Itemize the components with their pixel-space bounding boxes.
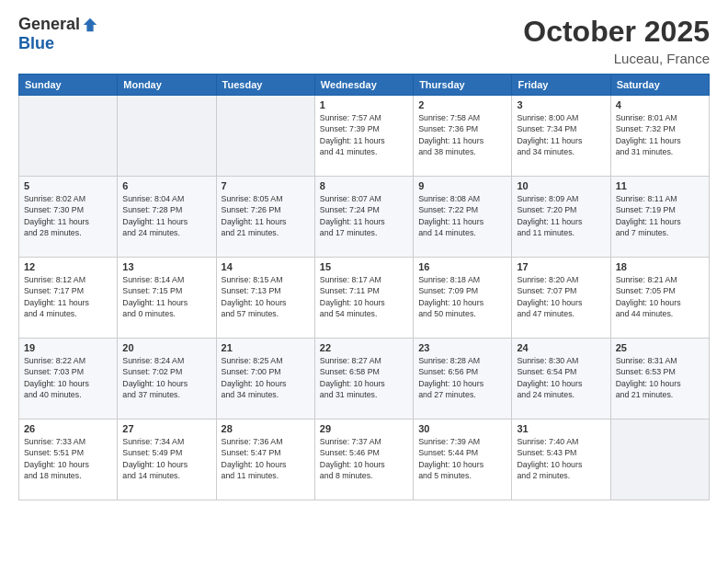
day-detail: Sunrise: 8:02 AM Sunset: 7:30 PM Dayligh… (24, 193, 112, 238)
day-number: 29 (320, 423, 408, 434)
day-detail: Sunrise: 8:24 AM Sunset: 7:02 PM Dayligh… (122, 355, 210, 400)
calendar-cell: 30Sunrise: 7:39 AM Sunset: 5:44 PM Dayli… (414, 419, 512, 500)
calendar-cell: 23Sunrise: 8:28 AM Sunset: 6:56 PM Dayli… (414, 339, 512, 419)
calendar-cell: 5Sunrise: 8:02 AM Sunset: 7:30 PM Daylig… (19, 177, 118, 258)
day-number: 12 (24, 261, 112, 272)
calendar-cell: 31Sunrise: 7:40 AM Sunset: 5:43 PM Dayli… (512, 419, 610, 500)
calendar-cell: 1Sunrise: 7:57 AM Sunset: 7:39 PM Daylig… (314, 96, 413, 177)
day-detail: Sunrise: 7:37 AM Sunset: 5:46 PM Dayligh… (320, 436, 408, 481)
day-number: 24 (517, 342, 605, 353)
day-number: 31 (517, 423, 605, 434)
calendar-header-wednesday: Wednesday (314, 75, 413, 96)
day-detail: Sunrise: 8:21 AM Sunset: 7:05 PM Dayligh… (616, 274, 704, 319)
day-number: 15 (320, 261, 408, 272)
calendar: SundayMondayTuesdayWednesdayThursdayFrid… (18, 74, 710, 500)
day-number: 4 (616, 99, 704, 110)
day-number: 3 (517, 99, 605, 110)
day-detail: Sunrise: 8:18 AM Sunset: 7:09 PM Dayligh… (418, 274, 506, 319)
day-number: 16 (418, 261, 506, 272)
calendar-cell: 14Sunrise: 8:15 AM Sunset: 7:13 PM Dayli… (216, 258, 314, 339)
day-detail: Sunrise: 7:39 AM Sunset: 5:44 PM Dayligh… (418, 436, 506, 481)
calendar-cell: 27Sunrise: 7:34 AM Sunset: 5:49 PM Dayli… (118, 419, 216, 500)
day-number: 14 (222, 261, 310, 272)
calendar-cell: 10Sunrise: 8:09 AM Sunset: 7:20 PM Dayli… (512, 177, 610, 258)
day-number: 13 (122, 261, 210, 272)
day-number: 30 (418, 423, 506, 434)
day-detail: Sunrise: 8:17 AM Sunset: 7:11 PM Dayligh… (320, 274, 408, 319)
calendar-cell: 21Sunrise: 8:25 AM Sunset: 7:00 PM Dayli… (216, 339, 314, 419)
day-detail: Sunrise: 8:25 AM Sunset: 7:00 PM Dayligh… (222, 355, 310, 400)
day-detail: Sunrise: 8:14 AM Sunset: 7:15 PM Dayligh… (122, 274, 210, 319)
day-number: 20 (122, 342, 210, 353)
day-detail: Sunrise: 8:20 AM Sunset: 7:07 PM Dayligh… (517, 274, 605, 319)
calendar-cell: 29Sunrise: 7:37 AM Sunset: 5:46 PM Dayli… (314, 419, 413, 500)
day-number: 25 (616, 342, 704, 353)
day-number: 7 (222, 180, 310, 191)
calendar-cell: 9Sunrise: 8:08 AM Sunset: 7:22 PM Daylig… (414, 177, 512, 258)
calendar-header-tuesday: Tuesday (216, 75, 314, 96)
day-detail: Sunrise: 8:12 AM Sunset: 7:17 PM Dayligh… (24, 274, 112, 319)
calendar-cell: 6Sunrise: 8:04 AM Sunset: 7:28 PM Daylig… (118, 177, 216, 258)
location: Luceau, France (523, 51, 710, 66)
day-number: 6 (122, 180, 210, 191)
day-number: 18 (616, 261, 704, 272)
day-number: 17 (517, 261, 605, 272)
day-detail: Sunrise: 8:15 AM Sunset: 7:13 PM Dayligh… (222, 274, 310, 319)
day-number: 21 (222, 342, 310, 353)
calendar-cell: 22Sunrise: 8:27 AM Sunset: 6:58 PM Dayli… (314, 339, 413, 419)
day-number: 27 (122, 423, 210, 434)
calendar-cell (118, 96, 216, 177)
calendar-cell: 16Sunrise: 8:18 AM Sunset: 7:09 PM Dayli… (414, 258, 512, 339)
day-detail: Sunrise: 8:00 AM Sunset: 7:34 PM Dayligh… (517, 112, 605, 157)
calendar-cell: 11Sunrise: 8:11 AM Sunset: 7:19 PM Dayli… (610, 177, 709, 258)
svg-marker-0 (84, 17, 97, 30)
day-detail: Sunrise: 7:36 AM Sunset: 5:47 PM Dayligh… (222, 436, 310, 481)
calendar-cell: 17Sunrise: 8:20 AM Sunset: 7:07 PM Dayli… (512, 258, 610, 339)
day-number: 26 (24, 423, 112, 434)
calendar-header-thursday: Thursday (414, 75, 512, 96)
day-number: 8 (320, 180, 408, 191)
day-number: 19 (24, 342, 112, 353)
calendar-cell: 18Sunrise: 8:21 AM Sunset: 7:05 PM Dayli… (610, 258, 709, 339)
calendar-cell: 4Sunrise: 8:01 AM Sunset: 7:32 PM Daylig… (610, 96, 709, 177)
day-detail: Sunrise: 8:31 AM Sunset: 6:53 PM Dayligh… (616, 355, 704, 400)
calendar-cell (19, 96, 118, 177)
day-detail: Sunrise: 8:28 AM Sunset: 6:56 PM Dayligh… (418, 355, 506, 400)
logo-general-text: General (18, 15, 80, 34)
calendar-cell: 3Sunrise: 8:00 AM Sunset: 7:34 PM Daylig… (512, 96, 610, 177)
calendar-cell (610, 419, 709, 500)
calendar-cell: 28Sunrise: 7:36 AM Sunset: 5:47 PM Dayli… (216, 419, 314, 500)
calendar-cell: 19Sunrise: 8:22 AM Sunset: 7:03 PM Dayli… (19, 339, 118, 419)
calendar-cell: 13Sunrise: 8:14 AM Sunset: 7:15 PM Dayli… (118, 258, 216, 339)
day-detail: Sunrise: 8:04 AM Sunset: 7:28 PM Dayligh… (122, 193, 210, 238)
day-number: 23 (418, 342, 506, 353)
day-detail: Sunrise: 8:11 AM Sunset: 7:19 PM Dayligh… (616, 193, 704, 238)
day-detail: Sunrise: 7:58 AM Sunset: 7:36 PM Dayligh… (418, 112, 506, 157)
calendar-header-sunday: Sunday (19, 75, 118, 96)
day-detail: Sunrise: 8:05 AM Sunset: 7:26 PM Dayligh… (222, 193, 310, 238)
calendar-header-monday: Monday (118, 75, 216, 96)
logo-icon (82, 17, 98, 33)
day-detail: Sunrise: 7:34 AM Sunset: 5:49 PM Dayligh… (122, 436, 210, 481)
day-detail: Sunrise: 7:57 AM Sunset: 7:39 PM Dayligh… (320, 112, 408, 157)
day-detail: Sunrise: 8:27 AM Sunset: 6:58 PM Dayligh… (320, 355, 408, 400)
day-number: 11 (616, 180, 704, 191)
calendar-cell: 2Sunrise: 7:58 AM Sunset: 7:36 PM Daylig… (414, 96, 512, 177)
day-number: 10 (517, 180, 605, 191)
calendar-cell: 24Sunrise: 8:30 AM Sunset: 6:54 PM Dayli… (512, 339, 610, 419)
calendar-cell: 15Sunrise: 8:17 AM Sunset: 7:11 PM Dayli… (314, 258, 413, 339)
logo-blue-text: Blue (18, 34, 54, 53)
calendar-cell: 25Sunrise: 8:31 AM Sunset: 6:53 PM Dayli… (610, 339, 709, 419)
calendar-cell: 8Sunrise: 8:07 AM Sunset: 7:24 PM Daylig… (314, 177, 413, 258)
day-detail: Sunrise: 7:40 AM Sunset: 5:43 PM Dayligh… (517, 436, 605, 481)
calendar-header-friday: Friday (512, 75, 610, 96)
day-detail: Sunrise: 8:22 AM Sunset: 7:03 PM Dayligh… (24, 355, 112, 400)
day-detail: Sunrise: 8:09 AM Sunset: 7:20 PM Dayligh… (517, 193, 605, 238)
day-detail: Sunrise: 8:07 AM Sunset: 7:24 PM Dayligh… (320, 193, 408, 238)
month-title: October 2025 (523, 15, 710, 49)
day-number: 2 (418, 99, 506, 110)
calendar-cell: 26Sunrise: 7:33 AM Sunset: 5:51 PM Dayli… (19, 419, 118, 500)
calendar-cell: 7Sunrise: 8:05 AM Sunset: 7:26 PM Daylig… (216, 177, 314, 258)
logo: General Blue (18, 15, 98, 53)
day-number: 9 (418, 180, 506, 191)
